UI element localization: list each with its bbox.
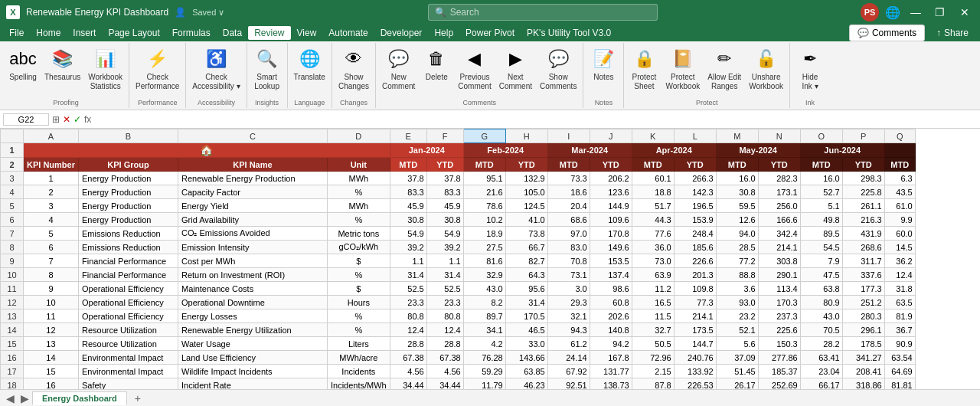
table-row[interactable]: 8 6 Emissions Reduction Emission Intensi…	[1, 241, 916, 254]
val-cell-4[interactable]: 24.14	[547, 351, 590, 365]
kpi-name-cell[interactable]: Incident Rate	[178, 378, 327, 390]
val-cell-1[interactable]: 4.56	[426, 365, 463, 378]
val-cell-4[interactable]: 67.92	[547, 365, 590, 378]
thesaurus-button[interactable]: 📚 Thesaurus	[41, 44, 83, 84]
val-cell-12[interactable]: 36.2	[884, 254, 915, 268]
previous-comment-button[interactable]: ◀ PreviousComment	[455, 44, 494, 93]
unit-cell[interactable]: Metric tons	[327, 227, 390, 241]
col-f[interactable]: F	[426, 129, 463, 143]
spelling-button[interactable]: abc Spelling	[6, 44, 40, 84]
val-cell-7[interactable]: 142.3	[674, 185, 716, 199]
val-cell-0[interactable]: 83.3	[390, 185, 426, 199]
val-cell-8[interactable]: 88.8	[716, 268, 758, 282]
val-cell-4[interactable]: 61.2	[547, 337, 590, 351]
kpi-group-cell[interactable]: Operational Efficiency	[78, 309, 178, 323]
table-row[interactable]: 17 15 Environmental Impact Wildlife Impa…	[1, 365, 916, 378]
smart-lookup-button[interactable]: 🔍 SmartLookup	[250, 44, 284, 93]
delete-comment-button[interactable]: 🗑 Delete	[420, 44, 453, 84]
add-sheet-button[interactable]: +	[132, 391, 144, 406]
cancel-formula-icon[interactable]: ✕	[63, 114, 70, 125]
kpi-name-cell[interactable]: Grid Availability	[178, 213, 327, 227]
val-cell-3[interactable]: 64.3	[505, 268, 547, 282]
menu-help[interactable]: Help	[428, 26, 459, 40]
val-cell-8[interactable]: 93.0	[716, 296, 758, 309]
kpi-group-cell[interactable]: Operational Efficiency	[78, 282, 178, 296]
maximize-button[interactable]: ❐	[931, 3, 949, 21]
val-cell-0[interactable]: 67.38	[390, 351, 426, 365]
val-cell-6[interactable]: 11.5	[632, 309, 674, 323]
kpi-num-cell[interactable]: 6	[24, 241, 79, 254]
val-cell-1[interactable]: 45.9	[426, 199, 463, 213]
unit-cell[interactable]: %	[327, 268, 390, 282]
kpi-num-cell[interactable]: 13	[24, 337, 79, 351]
val-cell-0[interactable]: 54.9	[390, 227, 426, 241]
val-cell-4[interactable]: 94.3	[547, 323, 590, 337]
val-cell-11[interactable]: 311.7	[842, 254, 884, 268]
val-cell-6[interactable]: 16.5	[632, 296, 674, 309]
val-cell-12[interactable]: 64.69	[884, 365, 915, 378]
val-cell-2[interactable]: 78.6	[463, 199, 505, 213]
val-cell-5[interactable]: 131.77	[590, 365, 632, 378]
val-cell-5[interactable]: 202.6	[590, 309, 632, 323]
col-b[interactable]: B	[78, 129, 178, 143]
table-row[interactable]: 13 11 Operational Efficiency Energy Loss…	[1, 309, 916, 323]
table-row[interactable]: 14 12 Resource Utilization Renewable Ene…	[1, 323, 916, 337]
share-button[interactable]: ↑ Share	[928, 25, 977, 41]
unit-cell[interactable]: Incidents/MWh	[327, 378, 390, 390]
val-cell-1[interactable]: 80.8	[426, 309, 463, 323]
val-cell-1[interactable]: 37.8	[426, 172, 463, 185]
val-cell-4[interactable]: 18.6	[547, 185, 590, 199]
val-cell-11[interactable]: 431.9	[842, 227, 884, 241]
val-cell-2[interactable]: 81.6	[463, 254, 505, 268]
val-cell-11[interactable]: 268.6	[842, 241, 884, 254]
val-cell-6[interactable]: 36.0	[632, 241, 674, 254]
protect-sheet-button[interactable]: 🔒 ProtectSheet	[627, 44, 661, 93]
table-row[interactable]: 4 2 Energy Production Capacity Factor % …	[1, 185, 916, 199]
val-cell-5[interactable]: 137.4	[590, 268, 632, 282]
val-cell-8[interactable]: 59.5	[716, 199, 758, 213]
col-m[interactable]: M	[716, 129, 758, 143]
val-cell-3[interactable]: 41.0	[505, 213, 547, 227]
val-cell-7[interactable]: 196.5	[674, 199, 716, 213]
val-cell-10[interactable]: 7.9	[800, 254, 842, 268]
insert-function-icon[interactable]: fx	[84, 114, 91, 125]
val-cell-10[interactable]: 23.04	[800, 365, 842, 378]
table-row[interactable]: 15 13 Resource Utilization Water Usage L…	[1, 337, 916, 351]
val-cell-1[interactable]: 39.2	[426, 241, 463, 254]
globe-icon[interactable]: 🌐	[885, 5, 900, 20]
unit-cell[interactable]: Liters	[327, 337, 390, 351]
val-cell-2[interactable]: 18.9	[463, 227, 505, 241]
val-cell-7[interactable]: 201.3	[674, 268, 716, 282]
val-cell-8[interactable]: 5.6	[716, 337, 758, 351]
col-k[interactable]: K	[632, 129, 674, 143]
val-cell-0[interactable]: 4.56	[390, 365, 426, 378]
kpi-num-cell[interactable]: 5	[24, 227, 79, 241]
val-cell-7[interactable]: 248.4	[674, 227, 716, 241]
check-performance-button[interactable]: ⚡ CheckPerformance	[132, 44, 182, 93]
val-cell-12[interactable]: 81.81	[884, 378, 915, 390]
val-cell-3[interactable]: 46.23	[505, 378, 547, 390]
val-cell-9[interactable]: 290.1	[758, 268, 800, 282]
menu-page-layout[interactable]: Page Layout	[102, 26, 165, 40]
translate-button[interactable]: 🌐 Translate	[291, 44, 328, 84]
val-cell-4[interactable]: 70.8	[547, 254, 590, 268]
val-cell-7[interactable]: 173.5	[674, 323, 716, 337]
val-cell-4[interactable]: 3.0	[547, 282, 590, 296]
kpi-group-cell[interactable]: Resource Utilization	[78, 323, 178, 337]
val-cell-0[interactable]: 31.4	[390, 268, 426, 282]
comments-button[interactable]: 💬 Comments	[849, 25, 925, 41]
val-cell-11[interactable]: 225.8	[842, 185, 884, 199]
val-cell-1[interactable]: 67.38	[426, 351, 463, 365]
val-cell-11[interactable]: 318.86	[842, 378, 884, 390]
val-cell-6[interactable]: 72.96	[632, 351, 674, 365]
val-cell-4[interactable]: 32.1	[547, 309, 590, 323]
val-cell-1[interactable]: 12.4	[426, 323, 463, 337]
val-cell-2[interactable]: 8.2	[463, 296, 505, 309]
val-cell-2[interactable]: 11.79	[463, 378, 505, 390]
kpi-group-cell[interactable]: Resource Utilization	[78, 337, 178, 351]
val-cell-8[interactable]: 52.1	[716, 323, 758, 337]
menu-data[interactable]: Data	[217, 26, 248, 40]
val-cell-12[interactable]: 60.0	[884, 227, 915, 241]
menu-automate[interactable]: Automate	[322, 26, 374, 40]
val-cell-2[interactable]: 89.7	[463, 309, 505, 323]
